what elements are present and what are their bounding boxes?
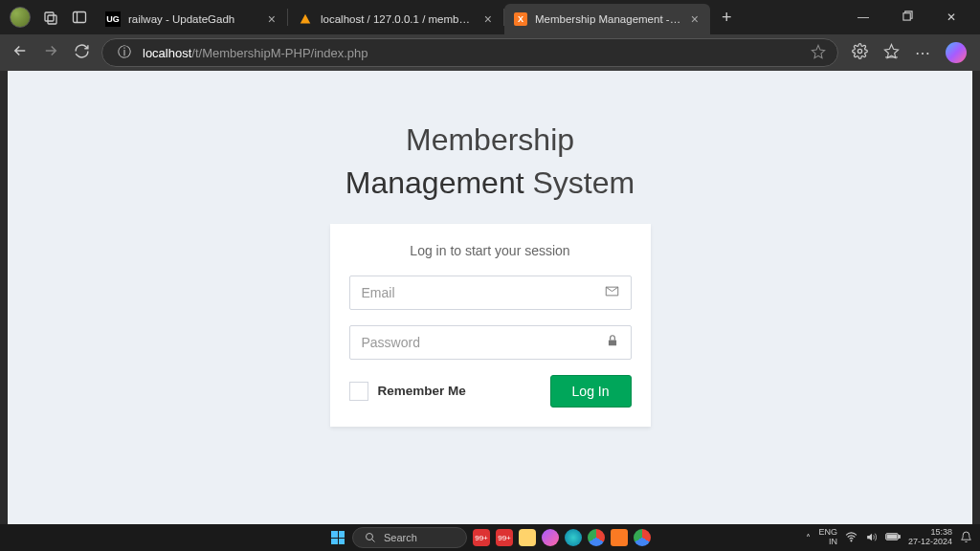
copilot-icon[interactable] [946, 42, 967, 63]
svg-rect-7 [608, 341, 615, 346]
envelope-icon [605, 284, 619, 301]
tray-app-8[interactable] [634, 529, 651, 546]
login-box: Log in to start your session Remember Me [330, 224, 651, 427]
forward-button[interactable] [40, 42, 61, 63]
taskbar: Search 99+ 99+ ˄ ENG IN 15:38 27-12-2024 [0, 524, 980, 551]
tab-railway[interactable]: UG railway - UpdateGadh × [96, 4, 287, 34]
tray-app-2[interactable]: 99+ [496, 529, 513, 546]
svg-rect-4 [902, 13, 909, 20]
tab-title: localhost / 127.0.0.1 / membershi... [321, 13, 475, 25]
favicon-railway: UG [105, 11, 121, 27]
close-icon[interactable]: × [266, 11, 278, 27]
volume-icon[interactable] [865, 531, 878, 545]
favorite-icon[interactable] [811, 44, 826, 62]
svg-rect-12 [899, 536, 900, 539]
url-text: localhost/t/MembershipM-PHP/index.php [143, 46, 368, 60]
tray-app-4[interactable] [542, 529, 559, 546]
language-indicator[interactable]: ENG IN [818, 528, 837, 547]
address-bar[interactable]: ⓘ localhost/t/MembershipM-PHP/index.php [101, 38, 838, 67]
start-button[interactable] [329, 529, 346, 546]
login-message: Log in to start your session [349, 243, 632, 258]
brand-line1: Membership [8, 119, 972, 162]
url-path: /t/MembershipM-PHP/index.php [191, 46, 368, 60]
xampp-icon[interactable] [611, 529, 628, 546]
login-button[interactable]: Log In [550, 375, 632, 408]
svg-point-8 [367, 534, 373, 540]
browser-titlebar: UG railway - UpdateGadh × localhost / 12… [0, 0, 980, 34]
favicon-phpmyadmin [298, 11, 313, 27]
titlebar-left [4, 7, 88, 28]
profile-avatar[interactable] [10, 7, 31, 28]
tray-app-1[interactable]: 99+ [473, 529, 490, 546]
taskbar-search[interactable]: Search [352, 527, 467, 548]
svg-rect-13 [887, 535, 897, 539]
email-group [349, 276, 632, 310]
svg-rect-1 [48, 15, 56, 24]
notifications-icon[interactable] [960, 531, 972, 545]
minimize-button[interactable]: — [850, 11, 877, 24]
password-field[interactable] [362, 335, 606, 350]
tab-actions-icon[interactable] [42, 9, 59, 26]
url-host: localhost [143, 46, 191, 60]
taskbar-center: Search 99+ 99+ [329, 527, 651, 548]
maximize-button[interactable] [894, 11, 921, 24]
back-button[interactable] [10, 42, 31, 63]
file-explorer-icon[interactable] [519, 529, 536, 546]
site-info-icon[interactable]: ⓘ [114, 44, 135, 61]
password-group [349, 325, 632, 360]
wifi-icon[interactable] [845, 531, 858, 545]
toolbar: ⓘ localhost/t/MembershipM-PHP/index.php … [0, 34, 980, 71]
search-placeholder: Search [384, 532, 417, 543]
tray-chevron-icon[interactable]: ˄ [806, 533, 811, 543]
system-tray: ˄ ENG IN 15:38 27-12-2024 [806, 528, 980, 547]
login-page: Membership Management System Log in to s… [8, 71, 972, 427]
workspaces-icon[interactable] [71, 9, 88, 26]
page-viewport: Membership Management System Log in to s… [8, 71, 972, 524]
svg-line-9 [372, 540, 375, 542]
svg-rect-0 [45, 12, 54, 21]
tab-membership-active[interactable]: X Membership Management - upda... × [504, 4, 710, 34]
remember-me[interactable]: Remember Me [349, 382, 466, 401]
clock[interactable]: 15:38 27-12-2024 [908, 528, 952, 547]
battery-icon[interactable] [885, 532, 901, 543]
tab-title: Membership Management - upda... [535, 13, 681, 25]
login-actions: Remember Me Log In [349, 375, 632, 408]
tab-phpmyadmin[interactable]: localhost / 127.0.0.1 / membershi... × [288, 4, 503, 34]
favicon-xampp: X [514, 12, 527, 26]
svg-point-10 [851, 540, 852, 540]
new-tab-button[interactable]: + [710, 8, 744, 28]
extensions-icon[interactable] [852, 43, 868, 63]
toolbar-right: ⋯ [848, 42, 970, 63]
favorites-icon[interactable] [883, 43, 900, 63]
svg-point-5 [858, 49, 861, 53]
chrome-icon[interactable] [588, 529, 605, 546]
email-field[interactable] [362, 285, 605, 300]
edge-icon[interactable] [565, 529, 582, 546]
brand-light: System [524, 165, 635, 200]
close-icon[interactable]: × [689, 11, 701, 27]
window-controls: — ✕ [850, 11, 976, 24]
svg-rect-2 [74, 12, 86, 23]
close-window-button[interactable]: ✕ [938, 11, 965, 24]
more-icon[interactable]: ⋯ [915, 44, 930, 62]
brand-strong: Management [345, 165, 524, 200]
remember-label: Remember Me [378, 384, 466, 398]
tab-title: railway - UpdateGadh [128, 13, 258, 25]
refresh-button[interactable] [71, 43, 92, 63]
lock-icon [606, 334, 619, 350]
tab-strip: UG railway - UpdateGadh × localhost / 12… [96, 0, 744, 34]
brand-heading: Membership Management System [8, 119, 972, 205]
close-icon[interactable]: × [482, 11, 494, 27]
remember-checkbox[interactable] [349, 382, 368, 401]
